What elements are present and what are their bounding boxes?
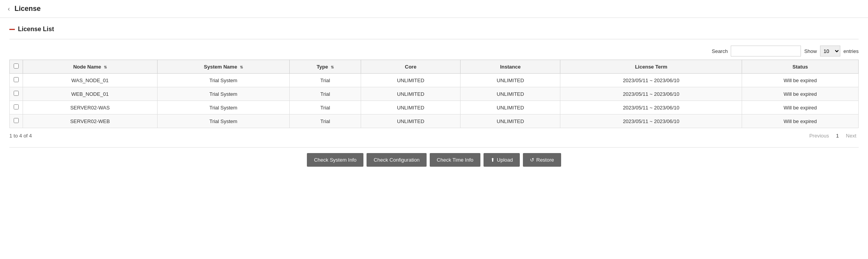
entries-label: entries [843,48,859,54]
row-type: Trial [290,101,361,115]
row-core: UNLIMITED [361,101,461,115]
row-license-term: 2023/05/11 ~ 2023/06/10 [560,87,742,101]
upload-button[interactable]: ⬆ Upload [484,153,520,167]
col-core: Core [361,60,461,74]
check-system-info-button[interactable]: Check System Info [307,153,363,167]
row-checkbox-2[interactable] [14,104,19,109]
row-checkbox-cell [10,101,23,115]
row-instance: UNLIMITED [461,74,560,87]
row-type: Trial [290,115,361,128]
sort-type-icon: ⇅ [331,65,334,69]
row-system-name: Trial System [157,74,290,87]
col-node-name[interactable]: Node Name ⇅ [23,60,158,74]
table-row: WAS_NODE_01 Trial System Trial UNLIMITED… [10,74,859,87]
row-checkbox-cell [10,74,23,87]
section-indicator [9,29,15,30]
row-system-name: Trial System [157,101,290,115]
pagination-controls: Previous 1 Next [807,132,859,139]
row-status: Will be expired [742,87,859,101]
col-license-term: License Term [560,60,742,74]
row-system-name: Trial System [157,115,290,128]
section-header: License List [9,26,859,33]
table-row: WEB_NODE_01 Trial System Trial UNLIMITED… [10,87,859,101]
upload-label: Upload [497,157,513,163]
main-content: License List Search Show 10 25 50 100 en… [0,18,868,180]
row-status: Will be expired [742,74,859,87]
table-header-row: Node Name ⇅ System Name ⇅ Type ⇅ Core In… [10,60,859,74]
col-checkbox [10,60,23,74]
col-instance: Instance [461,60,560,74]
pagination-info: 1 to 4 of 4 [9,133,32,139]
row-node-name: WEB_NODE_01 [23,87,158,101]
row-status: Will be expired [742,115,859,128]
row-node-name: SERVER02-WAS [23,101,158,115]
table-row: SERVER02-WEB Trial System Trial UNLIMITE… [10,115,859,128]
row-instance: UNLIMITED [461,101,560,115]
row-node-name: WAS_NODE_01 [23,74,158,87]
row-checkbox-cell [10,87,23,101]
page-header: ‹ License [0,0,868,18]
col-status: Status [742,60,859,74]
row-node-name: SERVER02-WEB [23,115,158,128]
row-license-term: 2023/05/11 ~ 2023/06/10 [560,115,742,128]
previous-button[interactable]: Previous [807,132,831,139]
row-license-term: 2023/05/11 ~ 2023/06/10 [560,74,742,87]
upload-icon: ⬆ [491,157,495,163]
row-type: Trial [290,87,361,101]
row-instance: UNLIMITED [461,115,560,128]
select-all-checkbox[interactable] [14,63,19,69]
row-instance: UNLIMITED [461,87,560,101]
row-system-name: Trial System [157,87,290,101]
col-type[interactable]: Type ⇅ [290,60,361,74]
row-license-term: 2023/05/11 ~ 2023/06/10 [560,101,742,115]
restore-button[interactable]: ↺ Restore [523,153,561,167]
search-label: Search [712,48,728,54]
search-input[interactable] [731,46,801,56]
page-title: License [14,5,41,13]
restore-label: Restore [536,157,554,163]
back-button[interactable]: ‹ [8,5,10,12]
row-checkbox-1[interactable] [14,91,19,96]
row-type: Trial [290,74,361,87]
col-system-name[interactable]: System Name ⇅ [157,60,290,74]
check-configuration-button[interactable]: Check Configuration [367,153,427,167]
page-number: 1 [834,132,841,139]
show-select[interactable]: 10 25 50 100 [820,46,840,56]
table-controls: Search Show 10 25 50 100 entries [9,46,859,56]
sort-node-icon: ⇅ [104,65,107,69]
row-core: UNLIMITED [361,115,461,128]
row-status: Will be expired [742,101,859,115]
license-table: Node Name ⇅ System Name ⇅ Type ⇅ Core In… [9,60,859,128]
action-bar: Check System Info Check Configuration Ch… [9,147,859,172]
row-core: UNLIMITED [361,74,461,87]
section-title: License List [18,26,54,33]
table-row: SERVER02-WAS Trial System Trial UNLIMITE… [10,101,859,115]
divider [9,39,859,39]
next-button[interactable]: Next [843,132,859,139]
row-checkbox-0[interactable] [14,77,19,82]
row-checkbox-cell [10,115,23,128]
show-label: Show [804,48,817,54]
sort-system-icon: ⇅ [240,65,243,69]
table-footer: 1 to 4 of 4 Previous 1 Next [9,132,859,139]
row-checkbox-3[interactable] [14,118,19,123]
restore-icon: ↺ [530,157,534,163]
check-time-info-button[interactable]: Check Time Info [430,153,480,167]
row-core: UNLIMITED [361,87,461,101]
